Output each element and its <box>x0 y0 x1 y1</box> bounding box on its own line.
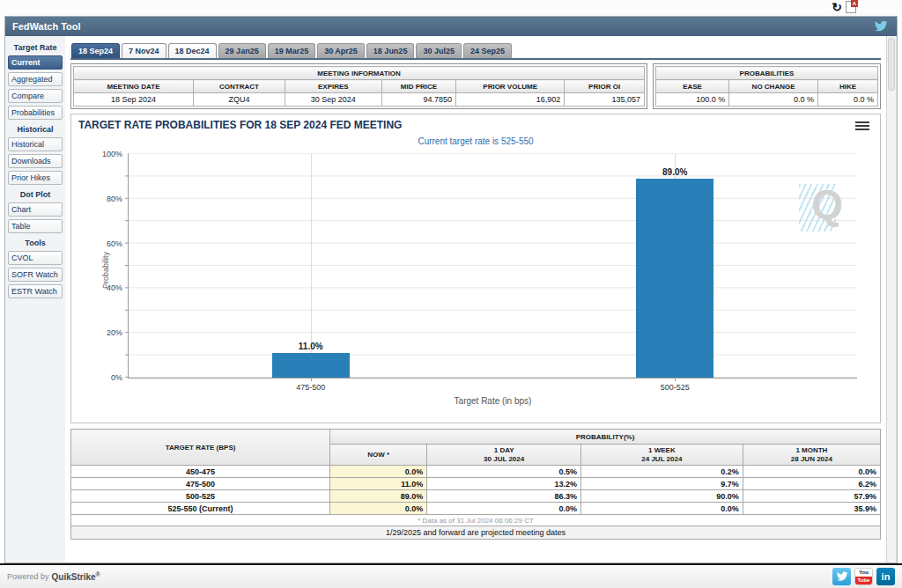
vertical-scrollbar[interactable] <box>886 36 897 562</box>
tab-29-jan25[interactable]: 29 Jan25 <box>218 43 266 58</box>
probabilities-table: PROBABILITIES EASE NO CHANGE HIKE 100.0 … <box>655 66 878 107</box>
meeting-information-table: MEETING INFORMATION MEETING DATE CONTRAC… <box>73 66 645 107</box>
sidebar-item-compare[interactable]: Compare <box>8 89 63 103</box>
tab-19-mar25[interactable]: 19 Mar25 <box>268 43 316 58</box>
table-row: 450-475 0.0% 0.5% 0.2% 0.0% <box>71 466 881 478</box>
tab-30-jul25[interactable]: 30 Jul25 <box>416 43 462 58</box>
pdf-badge: A <box>851 0 858 7</box>
day-value: 13.2% <box>427 478 581 490</box>
main-panel: 18 Sep24 7 Nov24 18 Dec24 29 Jan25 19 Ma… <box>65 36 886 562</box>
ease-value: 100.0 % <box>656 93 729 107</box>
brand-text: QuikStrike <box>52 572 96 582</box>
quikstrike-brand[interactable]: QuikStrike® <box>52 571 100 582</box>
col-week-line2: 24 JUL 2024 <box>641 455 682 463</box>
chart-menu-icon[interactable] <box>855 121 869 131</box>
col-month-line1: 1 MONTH <box>795 446 827 454</box>
sidebar-item-sofr-watch[interactable]: SOFR Watch <box>8 268 63 282</box>
tab-18-sep24[interactable]: 18 Sep24 <box>71 43 120 58</box>
youtube-tube-text: Tube <box>855 577 872 584</box>
mid-price-value: 94.7850 <box>381 93 455 107</box>
youtube-icon[interactable]: You Tube <box>854 568 873 585</box>
bar-rect <box>272 353 350 378</box>
week-value: 90.0% <box>580 490 743 503</box>
probability-history-table: TARGET RATE (BPS) PROBABILITY(%) NOW * 1… <box>70 429 881 540</box>
col-prior-oi: PRIOR OI <box>565 80 645 93</box>
window-icons: ↻ A <box>832 1 856 13</box>
col-week-line1: 1 WEEK <box>648 446 676 454</box>
export-pdf-icon[interactable]: A <box>846 1 856 13</box>
sidebar-item-cvol[interactable]: CVOL <box>8 251 63 265</box>
scrollbar-thumb[interactable] <box>888 38 895 91</box>
col-expires: EXPIRES <box>285 80 381 93</box>
linkedin-icon[interactable]: in <box>876 568 895 585</box>
sidebar-item-prior-hikes[interactable]: Prior Hikes <box>8 171 63 185</box>
quikstrike-watermark: Q <box>802 179 845 233</box>
now-value: 11.0% <box>330 478 427 490</box>
content-area: Target Rate Current Aggregated Compare P… <box>5 36 897 562</box>
col-no-change: NO CHANGE <box>729 80 818 93</box>
sidebar-item-current[interactable]: Current <box>8 55 63 70</box>
week-value: 0.2% <box>580 466 743 478</box>
watermark-q: Q <box>811 179 843 230</box>
x-tick <box>675 378 676 381</box>
bar-rect <box>636 179 713 378</box>
month-value: 6.2% <box>743 478 880 490</box>
col-month-line2: 28 JUN 2024 <box>791 455 832 463</box>
prior-oi-value: 135,057 <box>565 93 645 107</box>
sidebar-item-downloads[interactable]: Downloads <box>8 154 63 168</box>
y-axis-ticks <box>125 154 129 378</box>
col-prior-volume: PRIOR VOLUME <box>456 80 565 93</box>
probabilities-title: PROBABILITIES <box>656 67 878 80</box>
now-value: 89.0% <box>330 490 427 503</box>
tab-7-nov24[interactable]: 7 Nov24 <box>122 43 166 58</box>
sidebar-item-table[interactable]: Table <box>8 219 63 233</box>
bar-475-500: 11.0% <box>272 154 350 378</box>
social-links: You Tube in <box>832 568 895 585</box>
now-value: 0.0% <box>330 466 427 478</box>
sidebar-item-probabilities[interactable]: Probabilities <box>8 106 63 120</box>
tab-18-dec24[interactable]: 18 Dec24 <box>168 43 217 58</box>
col-hike: HIKE <box>817 80 877 93</box>
info-row: MEETING INFORMATION MEETING DATE CONTRAC… <box>70 63 881 109</box>
twitter-icon[interactable] <box>874 19 888 33</box>
sidebar-item-aggregated[interactable]: Aggregated <box>8 72 63 86</box>
col-day-line1: 1 DAY <box>494 446 514 454</box>
col-contract: CONTRACT <box>194 80 285 93</box>
sidebar-item-historical[interactable]: Historical <box>8 137 63 151</box>
twitter-footer-icon[interactable] <box>832 568 851 585</box>
footer-bar: Powered by QuikStrike® You Tube in <box>0 563 902 588</box>
bar-500-525: 89.0% <box>636 154 713 378</box>
y-tick-100: 100% <box>92 150 122 158</box>
refresh-icon[interactable]: ↻ <box>832 1 842 13</box>
y-tick-80: 80% <box>92 195 122 203</box>
sidebar-item-estr-watch[interactable]: ESTR Watch <box>8 284 63 298</box>
x-category-500-525: 500-525 <box>661 383 690 392</box>
tab-24-sep25[interactable]: 24 Sep25 <box>463 43 512 58</box>
sidebar: Target Rate Current Aggregated Compare P… <box>5 36 65 562</box>
projected-dates-note: 1/29/2025 and forward are projected meet… <box>71 526 881 540</box>
sidebar-header-dot-plot: Dot Plot <box>8 190 63 199</box>
col-1-month: 1 MONTH28 JUN 2024 <box>743 445 880 466</box>
col-meeting-date: MEETING DATE <box>74 80 194 93</box>
target-rate-chart: TARGET RATE PROBABILITIES FOR 18 SEP 202… <box>70 114 881 423</box>
col-day-line2: 30 JUL 2024 <box>484 455 524 463</box>
x-axis-title: Target Rate (in bps) <box>129 396 857 406</box>
x-category-475-500: 475-500 <box>296 383 325 392</box>
day-value: 0.0% <box>427 503 581 515</box>
rate-450-475: 450-475 <box>71 466 330 478</box>
app-title: FedWatch Tool <box>12 21 81 32</box>
meeting-date-value: 18 Sep 2024 <box>74 93 194 107</box>
rate-475-500: 475-500 <box>71 478 330 490</box>
sidebar-header-historical: Historical <box>8 125 63 134</box>
plot-area: 0% 20% 40% 60% 80% 100% Probability Q 11… <box>128 153 857 379</box>
browser-strip: ↻ A <box>0 0 902 16</box>
tab-18-jun25[interactable]: 18 Jun25 <box>366 43 415 58</box>
sidebar-item-chart[interactable]: Chart <box>8 202 63 217</box>
tab-30-apr25[interactable]: 30 Apr25 <box>317 43 365 58</box>
x-tick <box>311 378 312 381</box>
bar-value-label: 11.0% <box>299 342 323 351</box>
month-value: 0.0% <box>743 466 880 478</box>
col-mid-price: MID PRICE <box>381 80 455 93</box>
fedwatch-app: FedWatch Tool Target Rate Current Aggreg… <box>4 16 898 563</box>
youtube-you-text: You <box>855 569 872 577</box>
